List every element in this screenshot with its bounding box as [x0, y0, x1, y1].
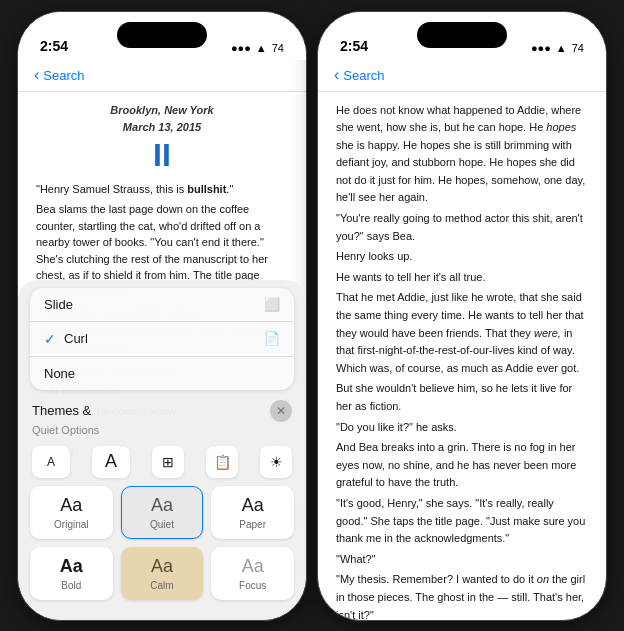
- scroll-item-slide[interactable]: Slide ⬜: [30, 288, 294, 322]
- theme-bold[interactable]: Aa Bold: [30, 547, 113, 600]
- themes-title: Themes &: [32, 403, 91, 418]
- left-phone: 2:54 ●●● ▲ 74 ‹ Search Brooklyn, New Yor…: [17, 11, 307, 621]
- right-back-chevron-icon: ‹: [334, 66, 339, 84]
- right-nav-bar: ‹ Search: [318, 60, 606, 92]
- right-wifi-icon: ▲: [556, 42, 567, 54]
- overlay-panel: Slide ⬜ ✓ Curl 📄 None Themes & ✕ Quiet O…: [18, 280, 306, 620]
- para-1: "Henry Samuel Strauss, this is bullshit.…: [36, 181, 288, 198]
- signal-icon: ●●●: [231, 42, 251, 54]
- theme-original[interactable]: Aa Original: [30, 486, 113, 539]
- layout-button[interactable]: 📋: [206, 446, 238, 478]
- right-status-icons: ●●● ▲ 74: [531, 42, 584, 54]
- right-signal-icon: ●●●: [531, 42, 551, 54]
- scroll-item-curl[interactable]: ✓ Curl 📄: [30, 322, 294, 357]
- left-nav-bar: ‹ Search: [18, 60, 306, 92]
- font-decrease-button[interactable]: A: [32, 446, 70, 478]
- book-title-section: Brooklyn, New York March 13, 2015 II: [36, 102, 288, 173]
- scroll-item-slide-label: Slide: [44, 297, 264, 312]
- right-para-8: And Bea breaks into a grin. There is no …: [336, 439, 588, 492]
- right-para-2: "You're really going to method actor thi…: [336, 210, 588, 245]
- theme-calm[interactable]: Aa Calm: [121, 547, 204, 600]
- right-phone: 2:54 ●●● ▲ 74 ‹ Search He does not know …: [317, 11, 607, 621]
- scroll-item-curl-label: Curl: [64, 331, 264, 346]
- theme-calm-aa: Aa: [130, 556, 195, 577]
- font-controls: A A ⊞ 📋 ☀: [18, 440, 306, 482]
- back-label: Search: [43, 68, 84, 83]
- theme-focus-label: Focus: [220, 580, 285, 591]
- scroll-item-none[interactable]: None: [30, 357, 294, 390]
- scroll-item-none-label: None: [44, 366, 280, 381]
- back-chevron-icon: ‹: [34, 66, 39, 84]
- theme-bold-aa: Aa: [39, 556, 104, 577]
- right-para-6: But she wouldn't believe him, so he lets…: [336, 380, 588, 415]
- scroll-item-curl-icon: 📄: [264, 331, 280, 346]
- right-para-1: He does not know what happened to Addie,…: [336, 102, 588, 208]
- columns-button[interactable]: ⊞: [152, 446, 184, 478]
- dynamic-island: [117, 22, 207, 48]
- theme-calm-label: Calm: [130, 580, 195, 591]
- right-para-9: "It's good, Henry," she says. "It's real…: [336, 495, 588, 548]
- book-date: March 13, 2015: [36, 119, 288, 136]
- right-para-7: "Do you like it?" he asks.: [336, 419, 588, 437]
- theme-quiet-aa: Aa: [130, 495, 195, 516]
- theme-quiet[interactable]: Aa Quiet: [121, 486, 204, 539]
- book-city: Brooklyn, New York: [36, 102, 288, 119]
- right-para-11: "My thesis. Remember? I wanted to do it …: [336, 571, 588, 620]
- chapter-number: II: [36, 138, 288, 173]
- brightness-button[interactable]: ☀: [260, 446, 292, 478]
- theme-paper[interactable]: Aa Paper: [211, 486, 294, 539]
- checkmark-icon: ✓: [44, 331, 56, 347]
- right-para-3: Henry looks up.: [336, 248, 588, 266]
- theme-paper-aa: Aa: [220, 495, 285, 516]
- scroll-menu: Slide ⬜ ✓ Curl 📄 None: [30, 288, 294, 390]
- scroll-item-slide-icon: ⬜: [264, 297, 280, 312]
- right-para-5: That he met Addie, just like he wrote, t…: [336, 289, 588, 377]
- right-para-4: He wants to tell her it's all true.: [336, 269, 588, 287]
- right-dynamic-island: [417, 22, 507, 48]
- theme-focus[interactable]: Aa Focus: [211, 547, 294, 600]
- left-back-button[interactable]: ‹ Search: [34, 66, 85, 84]
- theme-grid: Aa Original Aa Quiet Aa Paper Aa Bold Aa: [18, 482, 306, 608]
- right-time: 2:54: [340, 38, 368, 54]
- left-time: 2:54: [40, 38, 68, 54]
- battery-icon: 74: [272, 42, 284, 54]
- wifi-icon: ▲: [256, 42, 267, 54]
- theme-quiet-label: Quiet: [130, 519, 195, 530]
- right-back-button[interactable]: ‹ Search: [334, 66, 385, 84]
- close-button[interactable]: ✕: [270, 400, 292, 422]
- phones-container: 2:54 ●●● ▲ 74 ‹ Search Brooklyn, New Yor…: [17, 11, 607, 621]
- theme-bold-label: Bold: [39, 580, 104, 591]
- font-increase-button[interactable]: A: [92, 446, 130, 478]
- theme-focus-aa: Aa: [220, 556, 285, 577]
- right-battery-icon: 74: [572, 42, 584, 54]
- right-back-label: Search: [343, 68, 384, 83]
- theme-original-label: Original: [39, 519, 104, 530]
- left-status-icons: ●●● ▲ 74: [231, 42, 284, 54]
- right-para-10: "What?": [336, 551, 588, 569]
- theme-paper-label: Paper: [220, 519, 285, 530]
- themes-subtitle: Quiet Options: [18, 424, 306, 440]
- themes-header: Themes & ✕: [18, 394, 306, 424]
- right-book-content: He does not know what happened to Addie,…: [318, 92, 606, 621]
- theme-original-aa: Aa: [39, 495, 104, 516]
